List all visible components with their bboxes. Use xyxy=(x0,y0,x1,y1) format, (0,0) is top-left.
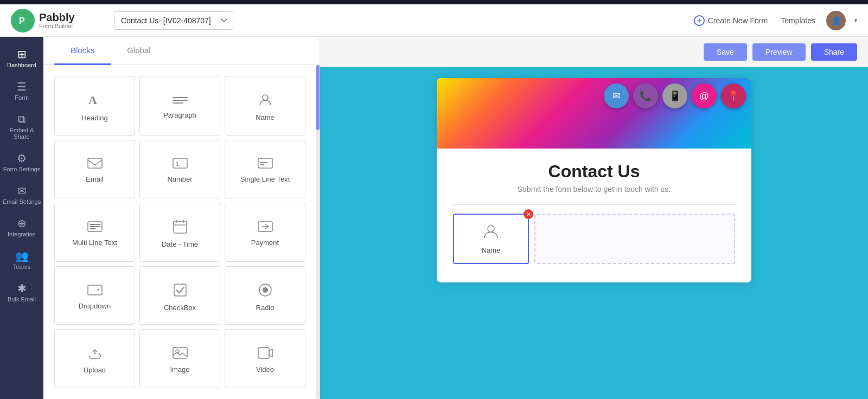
create-new-button[interactable]: + Create New Form xyxy=(692,12,770,29)
svg-rect-14 xyxy=(90,224,100,225)
date-time-block-label: Date - Time xyxy=(162,240,198,248)
share-button[interactable]: Share xyxy=(811,43,857,61)
blocks-scrollbar-thumb xyxy=(316,65,320,130)
form-banner: ✉ 📞 📱 @ 📍 xyxy=(437,78,751,149)
form-divider xyxy=(453,204,735,205)
sidebar-item-teams[interactable]: 👥 Teams xyxy=(0,244,43,276)
avatar[interactable]: 👤 xyxy=(826,11,846,30)
form-canvas: Save Preview Share ✉ 📞 📱 @ 📍 xyxy=(320,37,868,399)
block-number[interactable]: 1. Number xyxy=(139,140,220,199)
name-field-close-button[interactable]: ✕ xyxy=(524,209,533,219)
block-paragraph[interactable]: Paragraph xyxy=(139,76,220,136)
sidebar-item-form-settings[interactable]: ⚙ Form Settings xyxy=(0,146,43,179)
logo-subtitle: Form Builder xyxy=(39,23,75,29)
block-payment[interactable]: Payment xyxy=(225,203,305,262)
dashed-drop-area[interactable] xyxy=(534,214,735,264)
block-radio[interactable]: Radio xyxy=(225,266,305,325)
sidebar-item-form-settings-label: Form Settings xyxy=(3,166,40,172)
heading-block-icon: A xyxy=(87,92,103,110)
svg-rect-17 xyxy=(174,221,187,233)
form-settings-icon: ⚙ xyxy=(17,153,27,164)
image-block-label: Image xyxy=(170,365,189,374)
email-settings-icon: ✉ xyxy=(17,185,27,196)
form-row-name: Name ✕ xyxy=(453,214,735,264)
svg-rect-26 xyxy=(173,347,187,358)
paragraph-block-icon xyxy=(173,95,188,107)
svg-rect-11 xyxy=(260,162,267,163)
sidebar-item-integration[interactable]: ⊕ Integration xyxy=(0,211,43,244)
banner-at-icon: @ xyxy=(692,83,717,108)
sidebar-item-form[interactable]: ☰ Form xyxy=(0,75,43,107)
name-field-label: Name xyxy=(482,246,501,254)
svg-point-25 xyxy=(263,287,268,293)
blocks-scrollbar[interactable] xyxy=(316,65,320,399)
sidebar-item-bulk-email[interactable]: ✱ Bulk Email xyxy=(0,276,43,309)
tab-global[interactable]: Global xyxy=(111,37,167,65)
sidebar-item-embed-label: Embed & Share xyxy=(2,127,41,140)
banner-phone-icon: 📞 xyxy=(633,83,658,108)
avatar-caret-icon[interactable]: ▾ xyxy=(854,17,857,23)
svg-text:1.: 1. xyxy=(176,160,181,167)
svg-rect-7 xyxy=(88,158,102,168)
block-email[interactable]: Email xyxy=(54,140,135,199)
banner-icons: ✉ 📞 📱 @ 📍 xyxy=(604,83,746,108)
number-block-icon: 1. xyxy=(173,158,188,171)
integration-icon: ⊕ xyxy=(17,218,27,229)
banner-location-icon: 📍 xyxy=(721,83,746,108)
block-single-line[interactable]: Single Line Text xyxy=(225,140,305,199)
svg-text:A: A xyxy=(88,93,97,107)
block-image[interactable]: Image xyxy=(139,329,220,388)
email-block-icon xyxy=(87,158,103,171)
checkbox-block-label: CheckBox xyxy=(164,304,196,312)
sidebar-item-embed[interactable]: ⧉ Embed & Share xyxy=(0,107,43,146)
svg-rect-5 xyxy=(173,102,183,104)
block-checkbox[interactable]: CheckBox xyxy=(139,266,220,325)
avatar-initial: 👤 xyxy=(832,16,841,25)
payment-block-label: Payment xyxy=(251,239,279,247)
svg-rect-16 xyxy=(90,228,96,229)
svg-rect-3 xyxy=(173,97,188,98)
form-subtitle: Submit the form below to get in touch wi… xyxy=(453,185,735,194)
logo-area: P Pabbly Form Builder xyxy=(11,9,98,33)
upload-block-label: Upload xyxy=(84,366,106,374)
top-bar xyxy=(0,0,868,4)
svg-rect-22 xyxy=(88,285,102,295)
multi-line-block-icon xyxy=(87,221,103,234)
name-field-icon xyxy=(483,223,499,243)
video-block-label: Video xyxy=(256,365,274,374)
svg-point-29 xyxy=(488,226,494,232)
sidebar-item-dashboard[interactable]: ⊞ Dashboard xyxy=(0,42,43,75)
block-dropdown[interactable]: Dropdown xyxy=(54,266,135,325)
block-video[interactable]: Video xyxy=(225,329,305,388)
sidebar-item-integration-label: Integration xyxy=(8,231,36,237)
block-name[interactable]: Name xyxy=(225,76,305,136)
svg-text:P: P xyxy=(19,16,25,25)
sidebar-item-email-settings[interactable]: ✉ Email Settings xyxy=(0,179,43,211)
form-selector-dropdown[interactable]: Contact Us- [IV02-408707] xyxy=(114,11,233,30)
sidebar-item-form-label: Form xyxy=(15,94,29,101)
block-date-time[interactable]: Date - Time xyxy=(139,203,220,262)
block-heading[interactable]: A Heading xyxy=(54,76,135,136)
block-upload[interactable]: Upload xyxy=(54,329,135,388)
create-new-plus-icon: + xyxy=(694,15,705,26)
video-block-icon xyxy=(258,347,273,361)
banner-mobile-icon: 📱 xyxy=(662,83,687,108)
sidebar: ⊞ Dashboard ☰ Form ⧉ Embed & Share ⚙ For… xyxy=(0,37,43,399)
multi-line-block-label: Multi Line Text xyxy=(72,239,117,247)
dropdown-block-icon xyxy=(87,285,103,298)
form-selector[interactable]: Contact Us- [IV02-408707] xyxy=(114,11,233,30)
tab-blocks[interactable]: Blocks xyxy=(54,37,111,65)
date-time-block-icon xyxy=(173,220,187,236)
form-card: ✉ 📞 📱 @ 📍 Contact Us Submit the form bel… xyxy=(437,78,751,282)
create-new-label: Create New Form xyxy=(708,16,768,25)
header: P Pabbly Form Builder Contact Us- [IV02-… xyxy=(0,4,868,37)
name-field-box[interactable]: Name xyxy=(453,214,529,264)
templates-link[interactable]: Templates xyxy=(778,13,818,28)
block-multi-line[interactable]: Multi Line Text xyxy=(54,203,135,262)
heading-block-label: Heading xyxy=(81,114,107,122)
svg-rect-23 xyxy=(174,284,186,296)
preview-button[interactable]: Preview xyxy=(752,43,806,61)
teams-icon: 👥 xyxy=(15,250,29,261)
save-button[interactable]: Save xyxy=(704,43,747,61)
name-block-icon xyxy=(258,93,272,109)
